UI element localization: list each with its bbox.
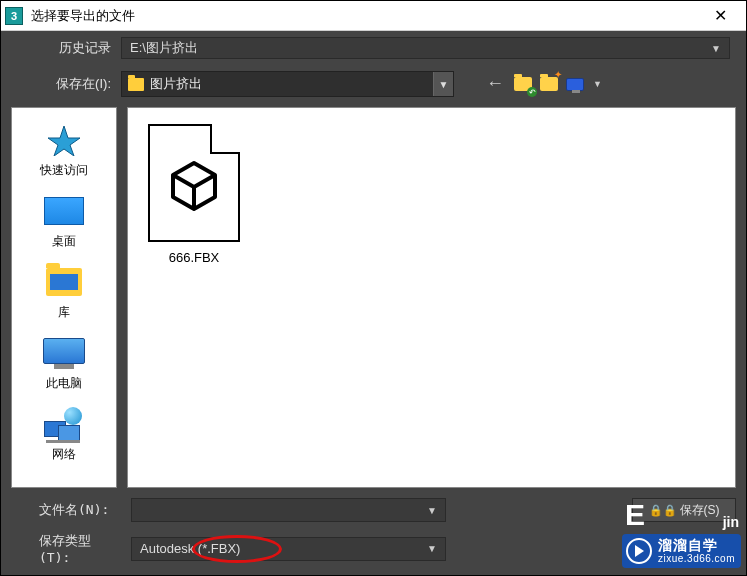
file-icon xyxy=(148,124,240,242)
content-area: 历史记录 E:\图片挤出 ▼ 保存在(I): 图片挤出 ▼ ← ↶ ✦ xyxy=(1,31,746,575)
play-icon xyxy=(626,538,652,564)
folder-up-button[interactable]: ↶ xyxy=(512,73,534,95)
window-title: 选择要导出的文件 xyxy=(31,7,698,25)
quick-access-icon xyxy=(44,122,84,158)
chevron-down-icon: ▼ xyxy=(433,72,453,96)
sidebar-item-label: 快速访问 xyxy=(40,162,88,179)
sidebar-item-library[interactable]: 库 xyxy=(12,264,116,321)
file-name: 666.FBX xyxy=(169,250,220,265)
chevron-down-icon: ▼ xyxy=(427,543,437,554)
watermark-line1: 溜溜自学 xyxy=(658,538,735,553)
history-row: 历史记录 E:\图片挤出 ▼ xyxy=(1,31,746,65)
save-button-label: 保存(S) xyxy=(680,502,720,519)
folder-icon xyxy=(128,78,144,91)
chevron-down-icon: ▼ xyxy=(427,505,437,516)
sidebar-item-quick-access[interactable]: 快速访问 xyxy=(12,122,116,179)
history-dropdown[interactable]: E:\图片挤出 ▼ xyxy=(121,37,730,59)
history-value: E:\图片挤出 xyxy=(130,39,711,57)
app-icon: 3 xyxy=(5,7,23,25)
nav-back-button[interactable]: ← xyxy=(482,73,508,95)
filename-label: 文件名(N): xyxy=(11,501,121,519)
nav-icons: ← ↶ ✦ ▼ xyxy=(482,73,602,95)
watermark-line2: zixue.3d66.com xyxy=(658,553,735,564)
save-button[interactable]: 🔒🔒 保存(S) xyxy=(632,498,736,522)
chevron-down-icon: ▼ xyxy=(711,43,721,54)
sidebar-item-this-pc[interactable]: 此电脑 xyxy=(12,335,116,392)
filename-input[interactable]: ▼ xyxy=(131,498,446,522)
sidebar-item-network[interactable]: 网络 xyxy=(12,406,116,463)
filetype-value: Autodesk (*.FBX) xyxy=(140,541,427,556)
filetype-dropdown[interactable]: Autodesk (*.FBX) ▼ xyxy=(131,537,446,561)
library-icon xyxy=(44,264,84,300)
history-label: 历史记录 xyxy=(11,39,121,57)
desktop-icon xyxy=(44,193,84,229)
savein-value: 图片挤出 xyxy=(150,75,433,93)
savein-dropdown[interactable]: 图片挤出 ▼ xyxy=(121,71,454,97)
sidebar-item-label: 网络 xyxy=(52,446,76,463)
watermark-jin: jin xyxy=(723,514,739,530)
watermark-letter: E xyxy=(625,498,645,532)
new-folder-button[interactable]: ✦ xyxy=(538,73,560,95)
file-item[interactable]: 666.FBX xyxy=(144,124,244,265)
savein-label: 保存在(I): xyxy=(11,75,121,93)
svg-marker-0 xyxy=(48,126,80,156)
lock-icon: 🔒🔒 xyxy=(649,504,677,517)
view-mode-button[interactable] xyxy=(564,73,586,95)
filetype-label: 保存类型(T): xyxy=(11,532,121,565)
savein-row: 保存在(I): 图片挤出 ▼ ← ↶ ✦ ▼ xyxy=(1,65,746,107)
pc-icon xyxy=(44,335,84,371)
watermark-badge: 溜溜自学 zixue.3d66.com xyxy=(622,534,741,568)
titlebar[interactable]: 3 选择要导出的文件 ✕ xyxy=(1,1,746,31)
close-button[interactable]: ✕ xyxy=(698,2,742,30)
places-sidebar: 快速访问 桌面 库 此电脑 网络 xyxy=(11,107,117,488)
sidebar-item-desktop[interactable]: 桌面 xyxy=(12,193,116,250)
sidebar-item-label: 桌面 xyxy=(52,233,76,250)
export-file-dialog: 3 选择要导出的文件 ✕ 历史记录 E:\图片挤出 ▼ 保存在(I): 图片挤出… xyxy=(0,0,747,576)
network-icon xyxy=(44,406,84,442)
main-row: 快速访问 桌面 库 此电脑 网络 xyxy=(1,107,746,488)
sidebar-item-label: 此电脑 xyxy=(46,375,82,392)
file-listing[interactable]: 666.FBX xyxy=(127,107,736,488)
chevron-down-icon[interactable]: ▼ xyxy=(593,79,602,89)
sidebar-item-label: 库 xyxy=(58,304,70,321)
